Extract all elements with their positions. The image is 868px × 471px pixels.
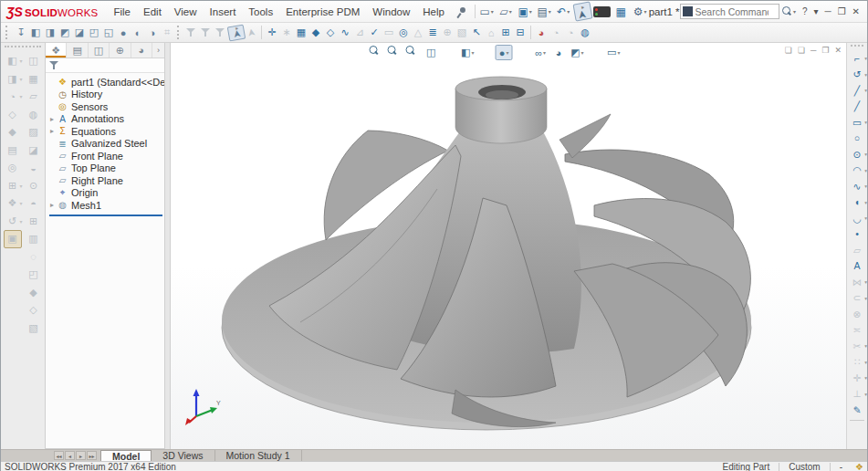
surface-icon[interactable]: ▨	[25, 123, 43, 141]
mesh-tool-icon[interactable]: ⊟	[513, 25, 528, 41]
surface-icon[interactable]: ◰	[25, 266, 43, 284]
left-view-icon[interactable]: ◩	[58, 25, 72, 41]
print-icon[interactable]: ▤▾	[536, 3, 553, 20]
tab-scroll-button[interactable]: ◂	[65, 451, 75, 460]
feature-icon[interactable]: ◆	[4, 123, 22, 141]
toolbar-drag-handle[interactable]	[177, 26, 183, 39]
filter-faces-icon[interactable]	[185, 26, 200, 38]
open-document-icon[interactable]: ▱▾	[497, 3, 515, 20]
mesh-tool-icon[interactable]: ⊿	[352, 25, 367, 41]
surface-icon[interactable]: ▦	[25, 70, 43, 89]
centerline-icon[interactable]: ╱	[848, 99, 866, 115]
mesh-tool-icon[interactable]: ∗	[279, 25, 294, 41]
undo-icon[interactable]: ↶▾	[555, 3, 572, 20]
rebuild-icon[interactable]	[593, 6, 611, 17]
top-view-icon[interactable]: ◰	[87, 25, 101, 41]
intersection-curve-icon[interactable]: ⊗	[848, 306, 866, 322]
tab-motion-study[interactable]: Motion Study 1	[215, 450, 302, 461]
surface-icon[interactable]: ▱	[25, 88, 43, 106]
feature-icon[interactable]: ◇	[4, 106, 22, 124]
toolbar-drag-handle[interactable]	[5, 26, 11, 39]
lasso-select-icon[interactable]: ➤	[242, 24, 261, 41]
tab-scroll-button[interactable]: ▸	[76, 451, 86, 460]
feature-icon[interactable]: ▤	[4, 141, 22, 160]
text-icon[interactable]: A	[848, 258, 866, 275]
graphics-viewport[interactable]: ◫ ◧▾ ●▾ ∞▾◕◩▾ ▭▾ ❏❏─❐✕	[171, 43, 846, 449]
tree-item-history[interactable]: ◷ History	[47, 89, 164, 101]
status-units[interactable]: Custom	[789, 462, 820, 471]
menu-item[interactable]: Window	[366, 6, 416, 17]
edit-appearance-icon[interactable]: ◕	[534, 25, 549, 41]
mesh-tool-icon[interactable]: ✛	[265, 25, 279, 41]
feature-icon[interactable]: ◎	[4, 159, 22, 177]
feature-icon[interactable]: ◔▾	[4, 88, 22, 106]
move-entities-icon[interactable]: ✛▾	[848, 370, 866, 386]
featuremanager-tab[interactable]: ❖	[46, 43, 67, 58]
dimxpertmanager-tab[interactable]: ⊕	[110, 43, 131, 58]
tab-model[interactable]: Model	[100, 450, 152, 461]
tab-scroll-button[interactable]: ◂◂	[54, 451, 64, 460]
mesh-tool-icon[interactable]: ◎	[396, 25, 411, 41]
search-magnifier-icon[interactable]: ▾	[779, 3, 797, 20]
mesh-tool-icon[interactable]: ▦	[294, 25, 309, 41]
feature-icon[interactable]: ◧▾	[4, 52, 22, 70]
mesh-tool-icon[interactable]: ⊞	[498, 25, 513, 41]
search-input[interactable]	[695, 6, 769, 17]
sketch-icon[interactable]: ⌐▾	[848, 50, 866, 67]
repair-sketch-icon[interactable]: ✎	[848, 402, 866, 418]
trim-entities-icon[interactable]: ✂▾	[848, 338, 866, 354]
dimetric-view-icon[interactable]: ◑	[145, 25, 160, 41]
model-impeller[interactable]	[176, 43, 846, 445]
corner-rectangle-icon[interactable]: ▭▾	[848, 114, 866, 131]
surface-icon[interactable]: ◌	[25, 248, 43, 267]
surface-icon[interactable]: ▧	[25, 319, 43, 338]
line-icon[interactable]: ╱▾	[848, 82, 866, 99]
tree-item-top-plane[interactable]: ▱ Top Plane	[47, 162, 164, 175]
mesh-tool-icon[interactable]: ≣	[425, 25, 440, 41]
search-commands-box[interactable]	[680, 4, 779, 19]
pin-menu-icon[interactable]	[455, 5, 468, 19]
back-view-icon[interactable]: ◨	[43, 25, 58, 41]
mesh-tool-icon[interactable]: △	[411, 25, 425, 41]
mesh-tool-icon[interactable]: ▧	[455, 25, 469, 41]
close-button[interactable]: ✕	[852, 6, 860, 16]
menu-item[interactable]: Edit	[137, 6, 168, 17]
tree-item-equations[interactable]: ▸ Σ Equations	[47, 125, 164, 138]
circle-icon[interactable]: ⊙▾	[848, 146, 866, 162]
mesh-tool-icon[interactable]: ↖	[469, 25, 484, 41]
instant3d-icon[interactable]: ▣	[4, 230, 22, 248]
help-button[interactable]: ?	[802, 6, 808, 16]
surface-icon[interactable]: ⊙	[25, 177, 43, 195]
save-icon[interactable]: ▣▾	[517, 3, 534, 20]
mirror-entities-icon[interactable]: ⋈▾	[848, 274, 866, 290]
tree-item-annotations[interactable]: ▸ A Annotations	[47, 113, 164, 126]
new-document-icon[interactable]: ▭▾	[478, 3, 496, 20]
tree-filter-row[interactable]	[46, 58, 164, 73]
convert-entities-icon[interactable]: ⊂▾	[848, 290, 866, 307]
file-properties-icon[interactable]: ▦	[612, 3, 630, 20]
tab-scroll-button[interactable]: ▸▸	[87, 451, 97, 460]
menu-item[interactable]: Enterprise PDM	[279, 6, 366, 17]
apply-scene-icon[interactable]: ◔	[549, 25, 563, 41]
feature-icon[interactable]: ❖▾	[4, 194, 22, 213]
menu-item[interactable]: Help	[416, 6, 451, 17]
configurationmanager-tab[interactable]: ◫	[89, 43, 110, 58]
smart-dimension-icon[interactable]: ↺▾	[848, 67, 866, 83]
surface-icon[interactable]: ⊞	[25, 213, 43, 231]
menu-item[interactable]: Insert	[204, 6, 243, 17]
select-cursor-icon[interactable]: ➤▾	[572, 1, 592, 21]
mesh-tool-icon[interactable]: ▭	[382, 25, 396, 41]
point-icon[interactable]: •	[848, 226, 866, 243]
surface-icon[interactable]: ◒	[25, 159, 43, 177]
panel-expand-icon[interactable]: ›	[152, 43, 164, 58]
mesh-tool-icon[interactable]: ⌂	[484, 25, 498, 41]
render-icon[interactable]: ◍	[578, 25, 592, 41]
tree-item-origin[interactable]: ⌖ Origin	[47, 187, 164, 200]
bottom-view-icon[interactable]: ◱	[101, 25, 116, 41]
status-tag-icon[interactable]: ❖	[855, 462, 863, 471]
mesh-tool-icon[interactable]: ✓	[367, 25, 382, 41]
tree-item-right-plane[interactable]: ▱ Right Plane	[47, 174, 164, 187]
displaymanager-tab[interactable]: ◕	[131, 43, 152, 58]
isometric-view-icon[interactable]: ●	[116, 25, 131, 41]
centerpoint-arc-icon[interactable]: ◠▾	[848, 162, 866, 179]
